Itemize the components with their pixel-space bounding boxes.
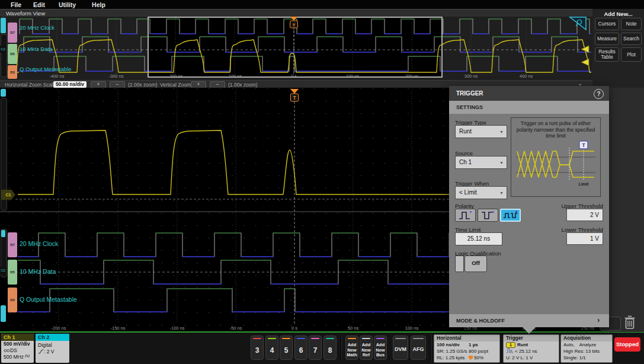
ch2-threshold-row: : 2 V: [36, 349, 69, 355]
svg-text:-300 ns: -300 ns: [108, 74, 123, 79]
polarity-positive-button[interactable]: [455, 209, 476, 222]
polarity-negative-button[interactable]: [478, 209, 498, 222]
ch5-button[interactable]: 5: [280, 336, 293, 360]
ch3-button[interactable]: 3: [251, 336, 264, 360]
lower-threshold-field[interactable]: 1 V: [566, 232, 603, 245]
add-new-bus-button[interactable]: Add New Bus: [374, 336, 387, 360]
horizontal-settings-badge[interactable]: Horizontal 100 ns/div1 µs SR: 1.25 GS/s8…: [434, 334, 500, 363]
overview-waveform-area[interactable]: -400 ns-300 ns-200 ns-100 ns0 s100 ns200…: [0, 17, 592, 80]
ch1-badge[interactable]: Ch 1 500 mV/div DS 500 MHz: [1, 334, 34, 363]
mode-holdoff-section[interactable]: MODE & HOLDOFF: [449, 314, 609, 327]
dropdown-arrow-icon: ▼: [499, 191, 504, 195]
lower-threshold-arrow-icon: [581, 59, 589, 66]
add-note-button[interactable]: Note: [621, 18, 642, 30]
h-zoom-scale-label: Horizontal Zoom Scale: [5, 82, 56, 88]
limit-label: Limit: [579, 182, 589, 186]
add-measure-button[interactable]: Measure: [595, 33, 619, 45]
menu-edit[interactable]: Edit: [33, 1, 45, 8]
d5-badge[interactable]: D5: [8, 44, 17, 64]
oscilloscope-screen: File Edit Utility Help Waveform View Add…: [0, 0, 644, 364]
trigger-info-box: Trigger on a runt pulse of either polari…: [511, 117, 601, 197]
svg-text:-200 ns: -200 ns: [51, 325, 66, 331]
d7-badge[interactable]: D7: [8, 232, 17, 257]
svg-text:300 ns: 300 ns: [464, 74, 478, 79]
help-icon[interactable]: ?: [594, 89, 604, 99]
svg-text:50 ns: 50 ns: [348, 325, 359, 331]
add-new-math-button[interactable]: Add New Math: [345, 336, 358, 360]
bottom-bar: Ch 1 500 mV/div DS 500 MHz Ch 2 Digital: [0, 333, 644, 364]
svg-text:T: T: [293, 23, 296, 28]
svg-text:100 ns: 100 ns: [346, 74, 360, 79]
menu-file[interactable]: File: [11, 1, 21, 8]
trash-icon[interactable]: [623, 315, 636, 330]
ch1-bandwidth-row: 500 MHz: [1, 354, 34, 360]
digital-scrollbar-bottom[interactable]: [1, 305, 6, 322]
stopped-button[interactable]: Stopped: [614, 337, 640, 352]
v-zoom-label: Vertical Zoom: [160, 82, 191, 88]
overview-scroll-track[interactable]: [1, 34, 7, 77]
ch2-position-marker[interactable]: C2: [0, 46, 6, 53]
ch1-name: Ch 1: [1, 334, 34, 341]
d3-channel-label: Q Output Metastable: [20, 296, 77, 303]
ch2-mode: Digital: [36, 342, 69, 349]
horizontal-title: Horizontal: [434, 335, 499, 341]
panel-pointer: [523, 327, 536, 334]
upper-threshold-field[interactable]: 2 V: [566, 209, 603, 221]
d3-badge[interactable]: D3: [8, 288, 17, 312]
dvm-button[interactable]: DVM: [393, 336, 408, 360]
ch4-button[interactable]: 4: [265, 336, 278, 360]
time-limit-field[interactable]: 25.12 ns: [455, 232, 502, 245]
svg-text:T: T: [582, 142, 585, 148]
menu-utility[interactable]: Utility: [59, 1, 76, 8]
trigger-when-dropdown[interactable]: < Limit ▼: [455, 186, 507, 199]
svg-text:-200 ns: -200 ns: [168, 74, 182, 79]
menu-help[interactable]: Help: [92, 1, 105, 8]
trigger-source-badge: 1: [506, 342, 515, 348]
ch7-button[interactable]: 7: [309, 336, 322, 360]
logic-qualification-off-button[interactable]: Off: [464, 256, 487, 272]
add-new-title: Add New...: [592, 11, 644, 17]
svg-text:100 ns: 100 ns: [405, 325, 419, 331]
analog-scrollbar[interactable]: [1, 89, 6, 97]
add-results-table-button[interactable]: Results Table: [595, 47, 619, 62]
h-zoom-scale-value[interactable]: 50.00 ns/div: [53, 81, 86, 88]
h-zoom-factor: (2.00x zoom): [128, 82, 158, 88]
settings-section-header[interactable]: SETTINGS: [449, 101, 609, 114]
trigger-title: Trigger: [504, 335, 559, 341]
svg-text:-100 ns: -100 ns: [169, 325, 184, 331]
logic-qualification-toggle[interactable]: [455, 256, 464, 272]
d3-badge[interactable]: D3: [8, 65, 17, 79]
ch8-button[interactable]: 8: [323, 336, 337, 360]
negative-runt-icon: [481, 210, 495, 220]
d3-channel-label: Q Output Metastable: [20, 66, 72, 72]
add-cursors-button[interactable]: Cursors: [595, 18, 619, 30]
menu-bar: File Edit Utility Help: [0, 0, 644, 9]
trigger-position-icon: [290, 89, 299, 94]
trigger-settings-badge[interactable]: Trigger 1Runt < 25.12 ns U: 2 V L: 1 V: [503, 334, 559, 363]
waveform-view-tab[interactable]: Waveform View: [0, 9, 592, 17]
add-plot-button[interactable]: Plot: [621, 47, 642, 62]
trigger-type-dropdown[interactable]: Runt ▼: [455, 125, 507, 138]
source-value: Ch 1: [459, 159, 472, 165]
acquisition-settings-badge[interactable]: Acquisition Auto,Analyze High Res: 13 bi…: [560, 334, 613, 363]
d5-channel-label: 10 MHz Data: [20, 268, 56, 275]
svg-text:400 ns: 400 ns: [520, 74, 533, 79]
d7-badge[interactable]: D7: [8, 23, 17, 43]
ch2-position-marker[interactable]: C2: [0, 267, 6, 274]
ch6-button[interactable]: 6: [294, 336, 307, 360]
source-dropdown[interactable]: Ch 1 ▼: [455, 156, 507, 169]
runt-trigger-diagram: T Limit: [511, 141, 600, 190]
overview-scrollbar[interactable]: [1, 18, 6, 33]
afg-button[interactable]: AFG: [411, 336, 426, 360]
digital-scrollbar-top[interactable]: [1, 230, 5, 237]
polarity-either-button[interactable]: [500, 209, 521, 222]
overview-svg: -400 ns-300 ns-200 ns-100 ns0 s100 ns200…: [6, 17, 592, 80]
dropdown-arrow-icon: ▼: [499, 161, 504, 165]
add-new-ref-button[interactable]: Add New Ref: [360, 336, 373, 360]
d5-badge[interactable]: D5: [8, 260, 17, 285]
trigger-info-text: Trigger on a runt pulse of either polari…: [511, 118, 600, 139]
svg-text:0 s: 0 s: [291, 325, 297, 331]
svg-text:T: T: [293, 95, 296, 101]
ch2-badge[interactable]: Ch 2 Digital : 2 V: [36, 334, 69, 363]
add-search-button[interactable]: Search: [621, 33, 642, 45]
